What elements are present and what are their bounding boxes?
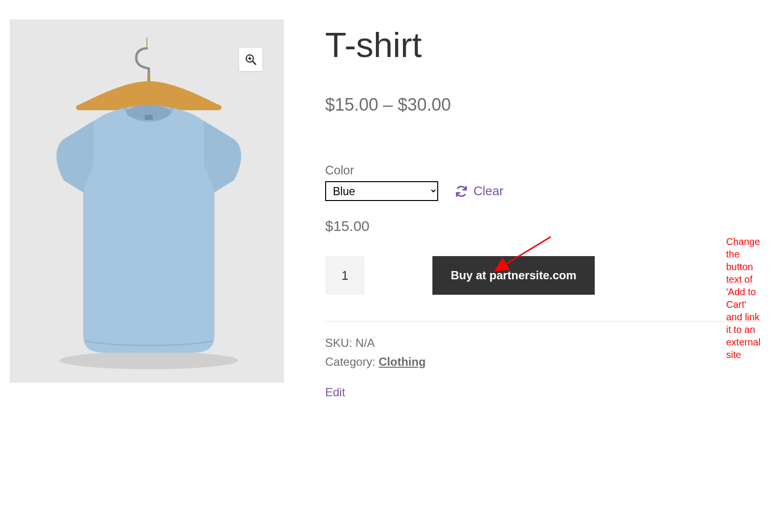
svg-point-5 xyxy=(59,352,238,369)
clear-link[interactable]: Clear xyxy=(455,184,503,199)
refresh-icon xyxy=(455,185,468,198)
divider xyxy=(325,321,763,322)
annotation-text: Change the button text of 'Add to Cart' … xyxy=(726,235,763,361)
svg-rect-7 xyxy=(145,115,153,120)
clear-label: Clear xyxy=(473,184,503,199)
annotation-line1: Change the button text of 'Add to Cart' xyxy=(726,235,763,311)
category-link[interactable]: Clothing xyxy=(379,355,426,368)
add-to-cart-button[interactable]: Buy at partnersite.com xyxy=(432,256,595,295)
sku-label: SKU: xyxy=(325,336,352,349)
category-label: Category: xyxy=(325,355,375,368)
edit-link[interactable]: Edit xyxy=(325,386,345,399)
quantity-input[interactable] xyxy=(325,256,365,295)
variation-price: $15.00 xyxy=(325,218,763,234)
sku-value: N/A xyxy=(356,336,375,349)
variation-select[interactable]: Blue xyxy=(325,181,438,201)
category-row: Category: Clothing xyxy=(325,353,763,371)
product-image xyxy=(31,38,263,376)
variation-label: Color xyxy=(325,163,763,177)
product-title: T-shirt xyxy=(325,24,763,66)
price-range: $15.00 – $30.00 xyxy=(325,95,763,115)
product-image-panel xyxy=(10,19,284,383)
annotation-line2: and link it to an external site xyxy=(726,311,763,361)
sku-row: SKU: N/A xyxy=(325,334,763,352)
